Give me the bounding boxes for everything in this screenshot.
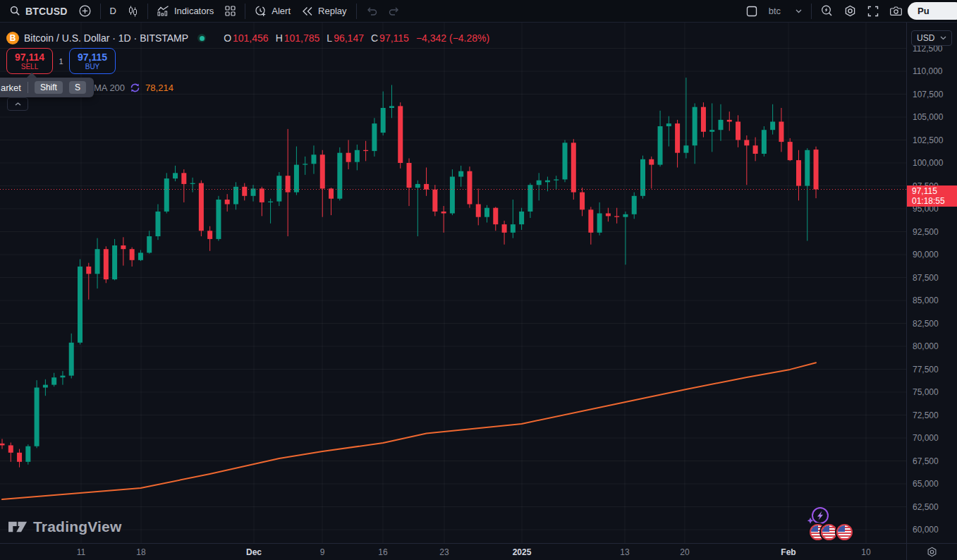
tradingview-watermark[interactable]: TradingView [8, 518, 122, 536]
gear-icon [927, 547, 937, 557]
symbol-search-button[interactable]: BTCUSD [4, 2, 73, 20]
ohlc-values: O101,456 H101,785 L96,147 C97,115 −4,342… [224, 32, 489, 44]
sync-icon [130, 83, 140, 93]
ma-indicator-legend[interactable]: MA 200 78,214 [94, 83, 173, 93]
candle [727, 111, 732, 130]
compare-add-button[interactable] [73, 2, 97, 20]
candle [762, 126, 767, 157]
candle [511, 200, 516, 238]
candle [8, 443, 13, 462]
save-layout-button[interactable] [740, 2, 763, 20]
low-label: L [327, 32, 332, 44]
chart-style-button[interactable] [122, 2, 144, 20]
undo-icon [366, 6, 377, 16]
price-tick-label: 110,000 [913, 66, 943, 76]
tradingview-logo-icon [8, 518, 28, 536]
toolbar-separator [356, 4, 357, 19]
price-tick-label: 77,500 [913, 365, 939, 375]
candle [484, 205, 489, 223]
alert-button[interactable]: Alert [249, 2, 296, 20]
candle [519, 208, 524, 230]
price-tick-label: 90,000 [913, 250, 939, 260]
market-status-icon[interactable] [197, 34, 206, 42]
candle [138, 250, 143, 262]
candle [814, 147, 819, 198]
chevron-down-icon [940, 36, 946, 40]
open-label: O [224, 32, 231, 44]
sell-price: 97,114 [15, 52, 44, 63]
candle [736, 115, 740, 147]
indicator-templates-button[interactable] [219, 2, 241, 20]
us-flag-icon[interactable] [836, 524, 853, 540]
chart-canvas[interactable] [0, 23, 906, 543]
interval-button[interactable]: D [104, 2, 122, 20]
price-tick-label: 70,000 [913, 433, 939, 443]
buy-label: BUY [85, 63, 100, 71]
axis-settings-corner[interactable] [906, 543, 957, 560]
price-tick-label: 100,000 [913, 158, 943, 168]
close-label: C [371, 32, 378, 44]
trade-buttons: 97,114 SELL 1 97,115 BUY [6, 48, 116, 74]
candle [51, 373, 56, 387]
price-tick-label: 72,500 [913, 410, 939, 420]
indicators-button[interactable]: Indicators [152, 2, 219, 20]
candle [311, 145, 316, 174]
candle [155, 205, 160, 241]
candle [286, 129, 291, 236]
time-tick-label: 16 [378, 547, 387, 557]
layout-square-icon [746, 6, 757, 17]
candle [104, 246, 109, 283]
economic-event-flags[interactable] [810, 524, 853, 540]
time-tick-label: 2025 [513, 547, 532, 557]
toolbar-right-group: btc [740, 0, 953, 22]
candle [121, 237, 126, 265]
low-value: 96,147 [334, 32, 364, 44]
us-flag-icon[interactable] [821, 524, 837, 540]
candle [649, 157, 654, 189]
ma200-line [2, 363, 816, 499]
spread-value: 1 [53, 57, 69, 66]
price-axis[interactable]: 112,500110,000107,500105,000102,500100,0… [906, 23, 957, 560]
collapse-legend-button[interactable] [7, 97, 28, 111]
symbol-legend[interactable]: B Bitcoin / U.S. Dollar · 1D · BITSTAMP … [6, 32, 489, 44]
redo-button[interactable] [383, 2, 406, 20]
time-tick-label: 18 [136, 547, 145, 557]
redo-icon [389, 6, 400, 16]
replay-button[interactable]: Replay [296, 2, 352, 20]
buy-button[interactable]: 97,115 BUY [69, 48, 116, 74]
undo-button[interactable] [360, 2, 383, 20]
candle [372, 118, 377, 157]
candles-style-icon [128, 6, 138, 17]
candle [43, 379, 48, 396]
alert-label: Alert [272, 6, 291, 16]
currency-label: USD [917, 33, 934, 43]
screenshot-button[interactable] [884, 2, 908, 20]
ma-value: 78,214 [145, 83, 173, 93]
currency-toggle-button[interactable]: USD [911, 30, 952, 46]
quick-search-button[interactable] [815, 2, 839, 20]
fullscreen-button[interactable] [862, 2, 884, 20]
candle [614, 208, 619, 224]
candle [303, 157, 307, 175]
candle [458, 166, 463, 187]
candle [86, 263, 91, 300]
toolbar-separator [100, 4, 101, 19]
candle [407, 159, 412, 207]
layout-dropdown[interactable]: btc [763, 2, 807, 20]
candle [363, 141, 368, 162]
candle [190, 178, 195, 193]
settings-button[interactable] [839, 2, 862, 20]
time-axis[interactable]: 1118Dec9162320251320Feb10 [0, 543, 906, 560]
candle [467, 166, 472, 208]
time-tick-label: 11 [77, 547, 85, 557]
candlestick-chart [0, 23, 906, 543]
candle [632, 193, 637, 219]
sell-button[interactable]: 97,114 SELL [6, 48, 53, 74]
publish-button[interactable]: Pu [908, 2, 957, 20]
price-tick-label: 65,000 [913, 479, 939, 489]
candle [718, 104, 723, 141]
candle [597, 202, 602, 236]
candle [35, 380, 39, 448]
interval-label: D [110, 6, 116, 16]
candle [796, 150, 801, 200]
